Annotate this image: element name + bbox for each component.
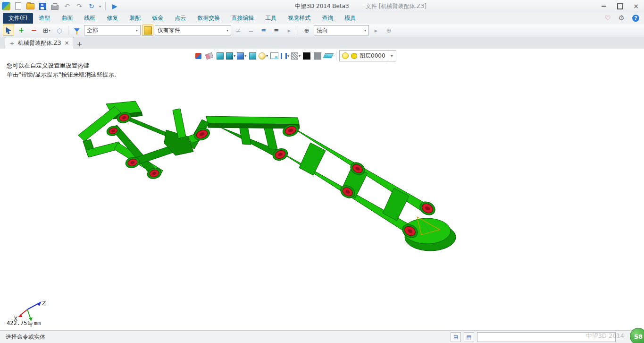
- ribbon-tab-tools[interactable]: 工具: [259, 13, 282, 24]
- ribbon-tab-visual-style[interactable]: 视觉样式: [282, 13, 316, 24]
- ribbon-tab-assembly[interactable]: 装配: [124, 13, 146, 24]
- not-equal-icon: ≠: [236, 27, 241, 34]
- table-panel-button[interactable]: ⊞: [451, 332, 461, 342]
- maximize-icon: [617, 3, 623, 9]
- start-button[interactable]: ▶: [110, 1, 119, 11]
- triad-z-label: Z: [42, 300, 46, 307]
- pick-axis-button[interactable]: ⊕: [383, 25, 394, 36]
- pick-normal-icon: ▸: [375, 27, 378, 34]
- redo-icon: ↷: [76, 2, 82, 10]
- minimize-icon: [602, 6, 606, 7]
- lasso-icon: ◌: [57, 27, 62, 34]
- ribbon-tab-repair[interactable]: 修复: [101, 13, 124, 24]
- ribbon-tab-shape[interactable]: 造型: [33, 13, 56, 24]
- command-input[interactable]: [477, 332, 616, 342]
- pick-list-button[interactable]: ≡: [258, 25, 269, 36]
- window-controls: ×: [596, 0, 644, 12]
- document-tab-bar: × + 机械臂装配体.Z3 × +: [0, 37, 644, 49]
- normal-combo[interactable]: 法向 ▾: [314, 25, 369, 35]
- redo-button[interactable]: ↷: [75, 1, 84, 11]
- settings-gear-icon[interactable]: ⚙: [619, 14, 625, 22]
- new-file-button[interactable]: [13, 1, 23, 11]
- print-button[interactable]: [50, 1, 59, 11]
- model-canvas[interactable]: 您可以在自定义设置里设置热键 单击"帮助/显示提示"按钮来取消这些提示. ▾ ▾…: [0, 49, 644, 331]
- ribbon-tab-pointcloud[interactable]: 点云: [169, 13, 192, 24]
- minimize-button[interactable]: [596, 0, 612, 12]
- ribbon-tab-sheetmetal[interactable]: 钣金: [146, 13, 169, 24]
- pick-mode-button[interactable]: ⊞ ▾: [41, 25, 52, 36]
- ribbon-tab-inquire[interactable]: 查询: [316, 13, 339, 24]
- ribbon-tab-direct-edit[interactable]: 直接编辑: [226, 13, 259, 24]
- document-tab-label: 机械臂装配体.Z3: [18, 39, 61, 47]
- play-icon: ▶: [112, 2, 117, 10]
- model-jaw-link[interactable]: [78, 106, 121, 141]
- triad-y-axis: [27, 309, 31, 319]
- last-pick-button[interactable]: ▸: [284, 25, 295, 36]
- compass-button[interactable]: ⊕: [301, 25, 312, 36]
- app-logo-icon: [2, 2, 10, 10]
- favorite-heart-icon[interactable]: ♡: [605, 14, 611, 22]
- part-only-button[interactable]: [142, 25, 153, 36]
- select-cursor-button[interactable]: [3, 25, 14, 36]
- close-icon: ×: [633, 2, 639, 10]
- divider: [298, 26, 298, 34]
- window-title: 中望3D 2014 Beta3: [295, 2, 349, 10]
- parts-filter-arrow: ▾: [226, 28, 228, 33]
- lasso-select-button[interactable]: ◌: [54, 25, 65, 36]
- scope-combo-arrow: ▾: [136, 28, 138, 33]
- include-button[interactable]: =: [245, 25, 257, 36]
- parts-filter-combo[interactable]: 仅有零件 ▾: [155, 25, 231, 35]
- assembly-model[interactable]: Z X Y: [0, 49, 644, 331]
- triad-z-arrowhead: [37, 301, 42, 306]
- watermark-badge: 58: [630, 328, 644, 343]
- help-icon[interactable]: ?: [632, 15, 639, 22]
- minus-icon: −: [31, 26, 37, 34]
- notes-panel-button[interactable]: ▤: [464, 332, 474, 342]
- list-blue-icon: ≡: [261, 27, 267, 34]
- scope-combo[interactable]: 全部 ▾: [84, 25, 141, 35]
- status-bar: 选择命令或实体 ⊞ ▤: [0, 330, 644, 343]
- ribbon-tab-wireframe[interactable]: 线框: [78, 13, 101, 24]
- exclude-button[interactable]: ≠: [233, 25, 244, 36]
- list-dark-icon: ≡: [274, 27, 279, 34]
- ribbon-tab-mold[interactable]: 模具: [339, 13, 361, 24]
- divider: [68, 26, 68, 34]
- table-icon: ⊞: [453, 334, 458, 341]
- cursor-icon: [5, 27, 12, 34]
- ribbon-tab-surface[interactable]: 曲面: [56, 13, 78, 24]
- model-boom-rail[interactable]: [206, 116, 299, 124]
- undo-button[interactable]: ↶: [62, 1, 72, 11]
- plus-icon: +: [18, 26, 25, 34]
- save-icon: [39, 3, 46, 10]
- regen-dropdown-arrow[interactable]: ▾: [99, 4, 101, 9]
- divider: [105, 2, 106, 10]
- new-tab-button[interactable]: +: [74, 39, 85, 49]
- scope-combo-value: 全部: [87, 26, 134, 34]
- add-to-selection-button[interactable]: +: [16, 25, 27, 36]
- close-button[interactable]: ×: [628, 0, 644, 12]
- filter-button[interactable]: [71, 25, 83, 36]
- remove-from-selection-button[interactable]: −: [28, 25, 40, 36]
- regen-button[interactable]: ↻: [87, 1, 96, 11]
- document-tab[interactable]: × + 机械臂装配体.Z3 ×: [5, 37, 74, 49]
- ribbon-tab-file[interactable]: 文件(F): [3, 13, 33, 24]
- equal-icon: =: [249, 27, 254, 34]
- tab-close-icon[interactable]: ×: [65, 40, 69, 46]
- ribbon-tab-bar: 文件(F) 造型 曲面 线框 修复 装配 钣金 点云 数据交换 直接编辑 工具 …: [0, 12, 644, 24]
- ribbon-tab-data-exchange[interactable]: 数据交换: [192, 13, 226, 24]
- save-button[interactable]: [38, 1, 47, 11]
- status-message: 选择命令或实体: [6, 333, 45, 341]
- undo-icon: ↶: [64, 2, 70, 10]
- normal-combo-value: 法向: [317, 26, 362, 34]
- maximize-button[interactable]: [612, 0, 628, 12]
- compass-icon: ⊕: [304, 27, 309, 34]
- selection-list-button[interactable]: ≡: [271, 25, 282, 36]
- app-window: ↶ ↷ ↻ ▾ ▶ 中望3D 2014 Beta3 文件 [机械臂装配体.Z3]…: [0, 0, 644, 343]
- title-bar: ↶ ↷ ↻ ▾ ▶ 中望3D 2014 Beta3 文件 [机械臂装配体.Z3]…: [0, 0, 644, 13]
- open-file-button[interactable]: [25, 1, 35, 11]
- normal-combo-arrow: ▾: [364, 28, 366, 33]
- parts-filter-value: 仅有零件: [158, 26, 225, 34]
- pick-normal-button[interactable]: ▸: [370, 25, 382, 36]
- selection-toolbar: + − ⊞ ▾ ◌ 全部 ▾ 仅有零件 ▾ ≠ = ≡ ≡ ▸ ⊕ 法向 ▾ ▸…: [0, 24, 644, 37]
- model-arm-plate[interactable]: [299, 143, 326, 175]
